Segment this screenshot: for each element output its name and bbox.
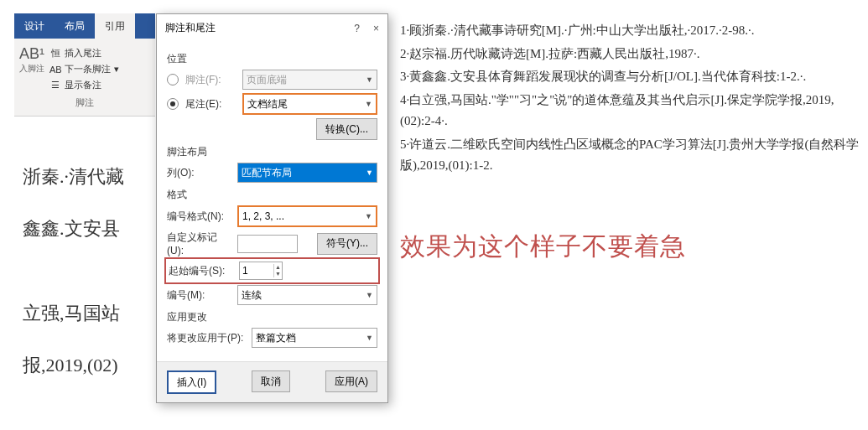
columns-label: 列(O): xyxy=(167,166,232,180)
section-layout: 脚注布局 xyxy=(167,145,377,159)
document-line: 报,2019,(02) xyxy=(23,339,157,391)
document-line: 浙秦.·清代藏 xyxy=(23,151,157,203)
next-footnote-button[interactable]: AB下一条脚注 ▾ xyxy=(49,61,119,77)
chevron-down-icon: ▼ xyxy=(366,291,373,299)
endnote-radio[interactable] xyxy=(167,98,179,110)
help-button[interactable]: ? xyxy=(354,23,360,34)
tab-layout[interactable]: 布局 xyxy=(55,13,95,39)
spinner-down-icon[interactable]: ▼ xyxy=(274,271,282,277)
convert-button[interactable]: 转换(C)... xyxy=(316,118,377,140)
references-list: 1·顾浙秦.·清代藏事诗研究[M].·广州:中山大学出版社,·2017.·2-9… xyxy=(400,20,861,179)
apply-to-combo[interactable]: 整篇文档▼ xyxy=(252,328,377,348)
custom-mark-label: 自定义标记(U): xyxy=(167,231,232,256)
chevron-down-icon: ▼ xyxy=(365,100,372,108)
footnote-radio[interactable] xyxy=(167,74,179,85)
document-line: 鑫鑫.文安县 xyxy=(23,203,157,255)
ribbon-tabs: 设计 布局 引用 xyxy=(14,13,155,39)
tab-references[interactable]: 引用 xyxy=(95,13,135,39)
reference-item: 2·赵宗福.历代咏藏诗选[M].拉萨:西藏人民出版社,1987·. xyxy=(400,44,861,65)
reference-item: 4·白立强,马国站."学""习"之"说"的道体意蕴及其当代启示[J].保定学院学… xyxy=(400,90,861,132)
spinner-up-icon[interactable]: ▲ xyxy=(274,264,282,271)
endnote-icon: 恒 xyxy=(49,47,61,60)
document-line: 立强,马国站 xyxy=(23,288,157,339)
footnote-radio-label: 脚注(F): xyxy=(185,73,237,87)
numbering-combo[interactable]: 连续▼ xyxy=(237,285,377,305)
symbol-button[interactable]: 符号(Y)... xyxy=(317,233,377,255)
insert-endnote-button[interactable]: 恒插入尾注 xyxy=(49,45,119,61)
reference-item: 3·黄鑫鑫.文安县体育舞蹈发展现状的调查与分析[J/OL].当代体育科技:1-2… xyxy=(400,66,861,88)
section-apply: 应用更改 xyxy=(167,310,377,324)
section-format: 格式 xyxy=(167,188,377,202)
show-notes-icon: ☰ xyxy=(49,80,61,91)
reference-item: 5·许道云.二维欧氏空间内线性凸区域概念的PAC学习算法[J].贵州大学学报(自… xyxy=(400,134,861,177)
close-button[interactable]: × xyxy=(373,23,379,34)
document-line xyxy=(23,254,157,288)
endnote-location-combo[interactable]: 文档结尾▼ xyxy=(242,93,377,115)
chevron-down-icon: ▼ xyxy=(366,75,373,84)
apply-to-label: 将更改应用于(P): xyxy=(167,331,247,345)
endnote-radio-label: 尾注(E): xyxy=(185,97,237,111)
insert-footnote-label: 入脚注 xyxy=(19,63,44,75)
show-notes-button[interactable]: ☰显示备注 xyxy=(49,77,119,93)
insert-button[interactable]: 插入(I) xyxy=(167,370,216,394)
number-format-combo[interactable]: 1, 2, 3, ...▼ xyxy=(237,205,377,227)
next-footnote-icon: AB xyxy=(49,65,61,75)
columns-combo[interactable]: 匹配节布局▼ xyxy=(237,163,377,183)
chevron-down-icon: ▼ xyxy=(366,168,373,177)
section-position: 位置 xyxy=(167,52,377,66)
insert-footnote-big-button[interactable]: AB¹ xyxy=(19,45,44,63)
reference-item: 1·顾浙秦.·清代藏事诗研究[M].·广州:中山大学出版社,·2017.·2-9… xyxy=(400,20,861,42)
chevron-down-icon: ▼ xyxy=(365,212,372,220)
ribbon: 设计 布局 引用 AB¹ 入脚注 恒插入尾注 AB下一条脚注 ▾ ☰显示备注 脚… xyxy=(14,13,155,117)
chevron-down-icon: ▾ xyxy=(114,64,119,75)
ribbon-toolbar: AB¹ 入脚注 恒插入尾注 AB下一条脚注 ▾ ☰显示备注 脚注 xyxy=(14,39,155,117)
start-at-input[interactable]: ▲▼ xyxy=(239,262,283,280)
start-at-label: 起始编号(S): xyxy=(169,264,234,278)
footnote-location-combo: 页面底端▼ xyxy=(242,70,377,90)
document-body: 浙秦.·清代藏 鑫鑫.文安县 立强,马国站 报,2019,(02) xyxy=(23,151,157,391)
annotation-callout: 效果为这个样子不要着急 xyxy=(400,230,686,264)
footnote-dialog: 脚注和尾注 ? × 位置 脚注(F): 页面底端▼ 尾注(E): 文档结尾▼ 转… xyxy=(156,13,388,403)
ribbon-group-label: 脚注 xyxy=(19,93,150,109)
dialog-title: 脚注和尾注 xyxy=(165,21,216,35)
chevron-down-icon: ▼ xyxy=(366,334,373,342)
cancel-button[interactable]: 取消 xyxy=(252,370,290,392)
apply-button[interactable]: 应用(A) xyxy=(325,370,377,392)
numbering-label: 编号(M): xyxy=(167,288,232,303)
custom-mark-input[interactable] xyxy=(237,235,298,253)
number-format-label: 编号格式(N): xyxy=(167,210,232,224)
tab-design[interactable]: 设计 xyxy=(14,13,55,39)
